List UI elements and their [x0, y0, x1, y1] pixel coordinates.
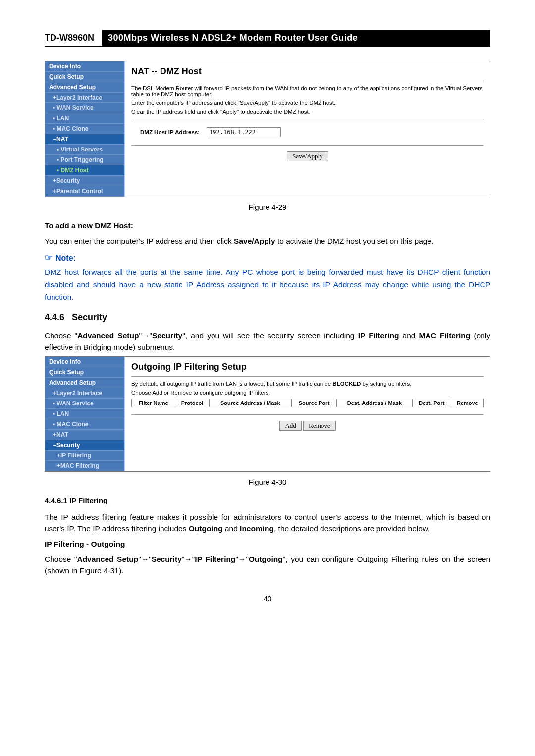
col-header: Remove: [451, 399, 483, 407]
nav-menu: Device Info Quick Setup Advanced Setup +…: [45, 357, 125, 471]
nav-item[interactable]: Device Info: [45, 357, 124, 367]
panel-title: NAT -- DMZ Host: [131, 66, 484, 77]
nav-item[interactable]: • Virtual Servers: [45, 145, 124, 155]
ip-filtering-screenshot: Device Info Quick Setup Advanced Setup +…: [45, 356, 490, 472]
body-paragraph: Choose "Advanced Setup"→"Security"→"IP F…: [45, 554, 490, 577]
nav-item[interactable]: +Parental Control: [45, 186, 124, 197]
col-header: Protocol: [175, 399, 210, 407]
dmz-ip-label: DMZ Host IP Address:: [131, 129, 200, 135]
nav-item[interactable]: +Layer2 Interface: [45, 388, 124, 399]
dmz-host-screenshot: Device Info Quick Setup Advanced Setup +…: [45, 61, 490, 197]
document-page: TD-W8960N 300Mbps Wireless N ADSL2+ Mode…: [0, 0, 535, 756]
content-panel: NAT -- DMZ Host The DSL Modem Router wil…: [125, 61, 490, 197]
note-heading: ☞Note:: [45, 252, 490, 263]
nav-item[interactable]: Quick Setup: [45, 367, 124, 378]
nav-item[interactable]: • WAN Service: [45, 399, 124, 409]
desc-text: The DSL Modem Router will forward IP pac…: [131, 85, 484, 97]
add-dmz-host-heading: To add a new DMZ Host:: [45, 221, 490, 230]
ip-filtering-outgoing-heading: IP Filtering - Outgoing: [45, 540, 490, 549]
desc-text: Clear the IP address field and click "Ap…: [131, 109, 484, 115]
filter-table: Filter Name Protocol Source Address / Ma…: [131, 399, 484, 407]
page-header: TD-W8960N 300Mbps Wireless N ADSL2+ Mode…: [45, 30, 490, 47]
col-header: Dest. Address / Mask: [337, 399, 413, 407]
nav-item[interactable]: • LAN: [45, 409, 124, 419]
divider: [131, 376, 484, 377]
nav-item[interactable]: +MAC Filtering: [45, 461, 124, 471]
button-row: Add Remove: [131, 419, 484, 431]
divider: [131, 119, 484, 119]
nav-item[interactable]: +NAT: [45, 430, 124, 440]
nav-item-nat[interactable]: −NAT: [45, 134, 124, 145]
desc-text: By default, all outgoing IP traffic from…: [131, 381, 484, 387]
nav-item[interactable]: +Layer2 Interface: [45, 93, 124, 103]
figure-caption: Figure 4-29: [45, 203, 490, 211]
guide-title: 300Mbps Wireless N ADSL2+ Modem Router U…: [102, 30, 490, 46]
hand-icon: ☞: [45, 253, 53, 263]
nav-item[interactable]: +IP Filtering: [45, 451, 124, 461]
nav-item[interactable]: • WAN Service: [45, 103, 124, 113]
button-row: Save/Apply: [131, 150, 484, 161]
nav-item[interactable]: Advanced Setup: [45, 82, 124, 93]
panel-title: Outgoing IP Filtering Setup: [131, 362, 484, 372]
body-paragraph: The IP address filtering feature makes i…: [45, 511, 490, 535]
dmz-ip-input[interactable]: [207, 127, 281, 137]
model-number: TD-W8960N: [45, 30, 102, 46]
nav-menu: Device Info Quick Setup Advanced Setup +…: [45, 61, 125, 197]
col-header: Filter Name: [132, 399, 175, 407]
body-paragraph: Choose "Advanced Setup"→"Security", and …: [45, 330, 490, 353]
nav-item[interactable]: Quick Setup: [45, 72, 124, 82]
ip-filtering-heading: 4.4.6.1 IP Filtering: [45, 496, 490, 504]
nav-item[interactable]: Device Info: [45, 61, 124, 72]
arrow-icon: →: [142, 331, 150, 340]
arrow-icon: →: [238, 555, 246, 563]
divider: [131, 145, 484, 146]
page-number: 40: [45, 594, 490, 603]
body-paragraph: You can enter the computer's IP address …: [45, 235, 490, 247]
nav-item[interactable]: Advanced Setup: [45, 378, 124, 388]
desc-text: Enter the computer's IP address and clic…: [131, 100, 484, 106]
nav-item[interactable]: • MAC Clone: [45, 124, 124, 134]
col-header: Dest. Port: [412, 399, 451, 407]
remove-button[interactable]: Remove: [303, 421, 335, 431]
figure-caption: Figure 4-30: [45, 478, 490, 486]
dmz-ip-row: DMZ Host IP Address:: [131, 123, 484, 141]
note-text: DMZ host forwards all the ports at the s…: [45, 266, 490, 303]
nav-item[interactable]: • LAN: [45, 113, 124, 124]
security-heading: 4.4.6 Security: [45, 312, 490, 323]
arrow-icon: →: [184, 555, 192, 563]
nav-item[interactable]: +Security: [45, 176, 124, 186]
nav-item[interactable]: • MAC Clone: [45, 419, 124, 430]
arrow-icon: →: [141, 555, 149, 563]
nav-item-dmz-host[interactable]: • DMZ Host: [45, 165, 124, 176]
divider: [131, 414, 484, 415]
col-header: Source Address / Mask: [209, 399, 291, 407]
add-button[interactable]: Add: [279, 421, 301, 431]
nav-item-security[interactable]: −Security: [45, 440, 124, 451]
col-header: Source Port: [291, 399, 336, 407]
save-apply-button[interactable]: Save/Apply: [287, 151, 328, 161]
desc-text: Choose Add or Remove to configure outgoi…: [131, 390, 484, 396]
nav-item[interactable]: • Port Triggering: [45, 155, 124, 165]
content-panel: Outgoing IP Filtering Setup By default, …: [125, 357, 490, 471]
divider: [131, 81, 484, 81]
table-header-row: Filter Name Protocol Source Address / Ma…: [132, 399, 484, 407]
